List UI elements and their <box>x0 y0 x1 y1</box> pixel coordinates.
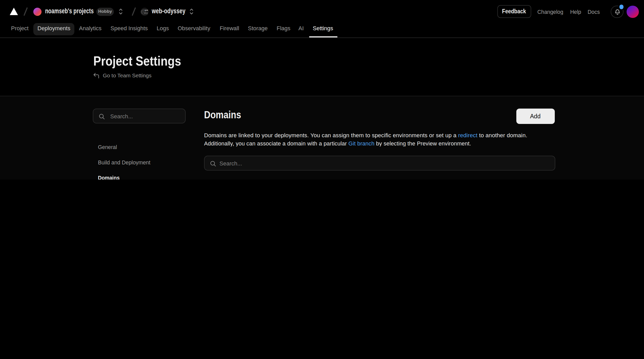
svg-text:WEB: WEB <box>144 9 148 11</box>
